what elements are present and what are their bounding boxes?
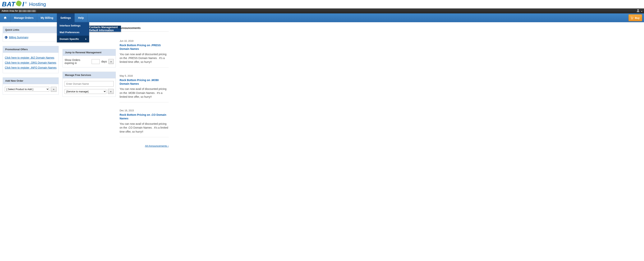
announcement-title-link[interactable]: Rock Bottom Pricing on .MOBI Domain Name…	[120, 78, 169, 86]
leaf-icon	[16, 0, 22, 6]
menu-label: Contacts Management	[89, 26, 118, 29]
renewal-days-input[interactable]	[92, 59, 100, 64]
redacted-account-name	[19, 10, 36, 12]
all-announcements-link[interactable]: All Announcements ›	[145, 144, 169, 147]
chevron-down-icon	[641, 11, 642, 12]
nav-settings[interactable]: Settings Interface Settings Mail Prefere…	[57, 14, 74, 22]
product-select[interactable]: [ Select Product to Add ]	[5, 87, 49, 92]
panel-renewal-management: Jump to Renewal Management Show Orders e…	[62, 49, 116, 68]
announcement-body: You can now avail of discounted pricing …	[120, 52, 169, 64]
panel-title: Jump to Renewal Management	[63, 49, 116, 56]
nav-label: Help	[78, 16, 84, 19]
nav-manage-orders[interactable]: Manage Orders	[10, 14, 37, 22]
brand-logo: BAT I ®	[2, 1, 27, 7]
nav-label: Manage Orders	[14, 16, 34, 19]
promo-link-biz[interactable]: Click here to register .BIZ Domain Names	[5, 56, 56, 60]
menu-label: Mail Preferences	[60, 31, 79, 34]
menu-interface-settings[interactable]: Interface Settings	[57, 22, 89, 29]
announcement-body: You can now avail of discounted pricing …	[120, 122, 169, 134]
panel-add-new-order: Add New Order [ Select Product to Add ] …	[3, 78, 59, 95]
panel-title: Quick Links	[3, 27, 58, 33]
buy-button[interactable]: Buy	[628, 14, 642, 21]
user-menu[interactable]	[636, 9, 642, 13]
admin-bar: Admin Area for	[0, 8, 644, 14]
panel-manage-free-services: Manage Free Services [Service to manage]…	[62, 72, 116, 97]
arrow-bullet-icon	[5, 36, 8, 39]
chevron-right-icon	[86, 38, 86, 40]
promo-link-info[interactable]: Click here to register .INFO Domain Name…	[5, 65, 56, 70]
announcement-item: May 5, 2016 Rock Bottom Pricing on .MOBI…	[120, 72, 169, 102]
announcement-date: May 5, 2016	[120, 74, 169, 77]
col-left: Quick Links Billing Summary Promotional …	[3, 26, 59, 95]
submenu-default-information[interactable]: Default Information	[89, 29, 121, 32]
announcement-date: Jun 10, 2019	[120, 40, 169, 42]
home-icon	[4, 16, 7, 20]
user-icon	[636, 9, 640, 13]
quick-link-billing-summary[interactable]: Billing Summary	[5, 36, 56, 39]
panel-promotional-offers: Promotional Offers Click here to registe…	[3, 46, 59, 73]
svg-point-1	[632, 19, 633, 19]
announcement-date: Dec 16, 2015	[120, 109, 169, 112]
brand-bar: BAT I ® Hosting	[0, 0, 644, 8]
add-order-go-button[interactable]: »	[51, 87, 56, 92]
buy-label: Buy	[635, 16, 640, 19]
nav-help[interactable]: Help	[74, 14, 88, 22]
col-announcements: Announcements Jun 10, 2019 Rock Bottom P…	[120, 26, 169, 147]
announcement-item: Dec 16, 2015 Rock Bottom Pricing on .CO …	[120, 106, 169, 137]
announcement-item: Jun 10, 2019 Rock Bottom Pricing on .PRE…	[120, 37, 169, 68]
panel-quick-links: Quick Links Billing Summary	[3, 26, 59, 42]
renewal-post-text: days	[101, 60, 107, 63]
domain-specific-submenu: Contacts Management Default Information	[89, 26, 121, 32]
panel-title: Promotional Offers	[3, 46, 58, 53]
promo-link-org[interactable]: Click here to register .ORG Domain Names	[5, 60, 56, 65]
menu-label: Default Information	[89, 29, 114, 32]
renewal-pre-text: Show Orders expiring in	[64, 58, 90, 64]
svg-point-0	[631, 19, 632, 19]
domain-name-input[interactable]	[64, 81, 114, 86]
admin-area-label: Admin Area for	[2, 10, 36, 12]
renewal-go-button[interactable]: »	[108, 59, 114, 64]
brand-subtitle: Hosting	[29, 1, 46, 7]
nav-label: Settings	[60, 16, 71, 19]
registered-symbol: ®	[25, 2, 27, 4]
announcements-title: Announcements	[120, 26, 169, 32]
menu-label: Interface Settings	[60, 24, 80, 27]
cart-icon	[630, 16, 634, 20]
announcement-body: You can now avail of discounted pricing …	[120, 87, 169, 99]
nav-home[interactable]	[0, 14, 10, 22]
nav-my-billing[interactable]: My Billing	[37, 14, 57, 22]
menu-domain-specific[interactable]: Domain Specific	[57, 36, 89, 42]
menu-label: Domain Specific	[60, 38, 79, 40]
settings-dropdown: Interface Settings Mail Preferences Doma…	[57, 22, 89, 42]
panel-title: Manage Free Services	[63, 72, 116, 78]
menu-mail-preferences[interactable]: Mail Preferences	[57, 29, 89, 36]
brand-text-2: I	[22, 1, 24, 7]
free-services-go-button[interactable]: »	[108, 89, 114, 94]
panel-title: Add New Order	[3, 78, 58, 84]
announcement-title-link[interactable]: Rock Bottom Pricing on .PRESS Domain Nam…	[120, 44, 169, 51]
nav-label: My Billing	[41, 16, 53, 19]
announcement-title-link[interactable]: Rock Bottom Pricing on .CO Domain Names	[120, 113, 169, 120]
page-body: Quick Links Billing Summary Promotional …	[0, 22, 644, 152]
service-select[interactable]: [Service to manage]	[64, 89, 106, 94]
billing-summary-link[interactable]: Billing Summary	[9, 36, 28, 39]
brand-text-1: BAT	[2, 1, 15, 7]
admin-prefix: Admin Area for	[2, 10, 18, 12]
submenu-contacts-management[interactable]: Contacts Management	[89, 26, 121, 29]
main-nav: Manage Orders My Billing Settings Interf…	[0, 14, 644, 22]
